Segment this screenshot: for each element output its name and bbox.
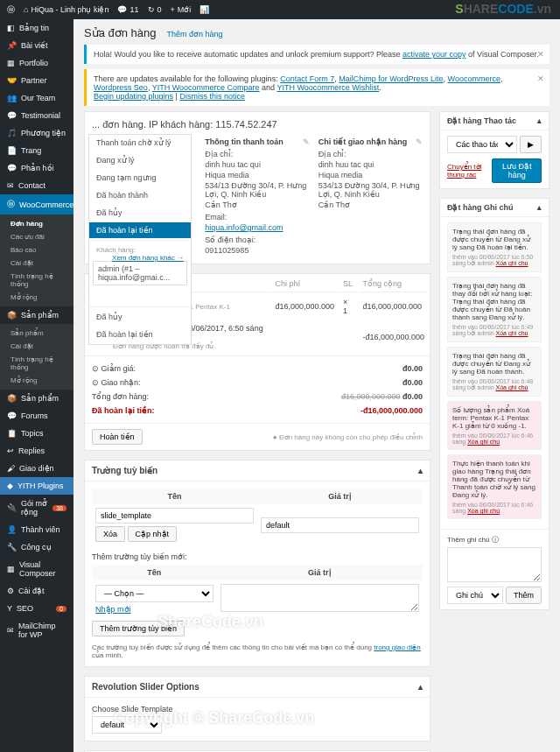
sidebar-item-yith[interactable]: ◆YITH Plugins — [0, 477, 74, 495]
sidebar-item-products[interactable]: 📦Sản phẩm — [0, 306, 74, 324]
field-value-textarea[interactable] — [220, 584, 419, 612]
sidebar-item-pages[interactable]: 📄Trang — [0, 142, 74, 159]
sub-products-settings[interactable]: Cài đặt — [0, 340, 74, 353]
add-note-textarea[interactable] — [447, 547, 542, 582]
toggle-icon[interactable]: ▴ — [537, 116, 542, 125]
wp-logo-icon[interactable]: ⓦ — [7, 4, 15, 16]
enter-new-link[interactable]: Nhập mới — [95, 605, 131, 614]
plugin-link[interactable]: Contact Form 7 — [280, 74, 334, 83]
plugin-link[interactable]: MailChimp for WordPress Lite — [339, 74, 443, 83]
status-option[interactable]: Đã hoàn thành — [89, 187, 191, 203]
sub-extensions[interactable]: Mở rộng — [0, 291, 74, 304]
toggle-icon[interactable]: ▴ — [418, 682, 423, 692]
sub-settings[interactable]: Cài đặt — [0, 257, 74, 270]
delete-note-link[interactable]: Xóa ghi chú — [467, 439, 500, 445]
email-link[interactable]: hiqua.info@gmail.com — [205, 223, 283, 232]
sidebar-item-comments[interactable]: 💬Phản hồi — [0, 159, 74, 177]
status-option-2[interactable]: Đã hủy — [89, 309, 191, 325]
delete-note-link[interactable]: Xóa ghi chú — [496, 384, 528, 390]
begin-updates-link[interactable]: Begin updating plugins — [94, 92, 173, 101]
sidebar-item-topics[interactable]: 📋Topics — [0, 425, 74, 442]
sub-reports[interactable]: Báo cáo — [0, 243, 74, 257]
sub-products-status[interactable]: Tình trạng hệ thống — [0, 353, 74, 374]
slider-template-select[interactable]: default — [92, 716, 162, 734]
order-action-select[interactable]: Các thao tác — [447, 136, 517, 153]
delete-note-link[interactable]: Xóa ghi chú — [496, 330, 528, 336]
sidebar-item-replies[interactable]: ↩Replies — [0, 442, 74, 460]
customer-select[interactable]: admin (#1 – hiqua.info@gmai.c... — [93, 261, 187, 285]
dismiss-notice-link[interactable]: Dismiss this notice — [179, 92, 245, 101]
save-order-btn[interactable]: Lưu Đặt hàng — [492, 158, 542, 183]
update-field-btn[interactable]: Cập nhật — [128, 526, 178, 542]
order-actions-panel: Đặt hàng Thao tác▴ Các thao tác▶ Chuyển … — [439, 111, 550, 189]
sidebar-item-posts[interactable]: 📌Bài viết — [0, 37, 74, 54]
edit-icon[interactable]: ✎ — [303, 137, 310, 146]
close-icon[interactable]: ✕ — [537, 50, 544, 59]
field-value-input[interactable] — [261, 517, 419, 533]
add-custom-field-btn[interactable]: Thêm trường tùy biến — [92, 621, 185, 636]
sidebar-item-mailchimp[interactable]: ✉MailChimp for WP — [0, 617, 74, 643]
status-option[interactable]: Đang tạm ngưng — [89, 170, 191, 186]
note-type-select[interactable]: Ghi chú cá nhân — [447, 587, 503, 604]
template-help-link[interactable]: trong giao diện — [374, 643, 420, 651]
status-dropdown[interactable]: Thanh toán chờ xử lý Đang xử lý Đang tạm… — [88, 134, 192, 345]
theme-icon: 🖌 — [7, 464, 15, 473]
sidebar-item-vc[interactable]: ▦Visual Composer — [0, 556, 74, 582]
sidebar-item-media[interactable]: 🎵Phương tiện — [0, 124, 74, 142]
sidebar-item-tools[interactable]: 🔧Công cụ — [0, 538, 74, 556]
sidebar-item-team[interactable]: 👥Our Team — [0, 89, 74, 107]
sidebar-item-dashboard[interactable]: ◧Bảng tin — [0, 19, 74, 37]
view-other-orders[interactable]: Xem đơn hàng khác → — [112, 254, 184, 262]
sub-orders[interactable]: Đơn hàng — [0, 217, 74, 230]
add-note-btn[interactable]: Thêm — [506, 587, 542, 604]
sidebar-item-appearance[interactable]: 🖌Giao diện — [0, 460, 74, 477]
new-link[interactable]: + Mới — [171, 5, 192, 14]
contact-icon: ✉ — [7, 181, 14, 190]
yith-icon: ◆ — [7, 481, 13, 490]
sidebar-item-testimonial[interactable]: 💬Testimonial — [0, 107, 74, 124]
edit-icon[interactable]: ✎ — [416, 137, 423, 146]
sidebar-item-products2[interactable]: 📦Sản phẩm — [0, 390, 74, 407]
plugin-link[interactable]: YITH Woocommerce Compare — [152, 83, 260, 92]
sub-products-list[interactable]: Sản phẩm — [0, 327, 74, 340]
sidebar-item-woocommerce[interactable]: ⓦWooCommerce — [0, 194, 74, 214]
comments-link[interactable]: 💬 11 — [117, 5, 138, 14]
sub-products-ext[interactable]: Mở rộng — [0, 374, 74, 387]
toggle-icon[interactable]: ▴ — [418, 466, 423, 475]
sub-coupons[interactable]: Các ưu đãi — [0, 230, 74, 243]
seo-badge: 0 — [56, 606, 66, 612]
status-option[interactable]: Đang xử lý — [89, 152, 191, 168]
move-to-trash-link[interactable]: Chuyển tới thùng rác — [447, 163, 492, 179]
delete-field-btn[interactable]: Xóa — [95, 526, 125, 542]
toggle-icon[interactable]: ▴ — [537, 203, 542, 212]
seo-icon[interactable]: 📊 — [200, 5, 209, 14]
close-icon[interactable]: ✕ — [537, 74, 544, 83]
sidebar-item-partner[interactable]: 🤝Partner — [0, 72, 74, 89]
updates-link[interactable]: ↻ 0 — [148, 5, 162, 14]
refund-button[interactable]: Hoàn tiền — [92, 429, 143, 445]
field-name-input[interactable] — [95, 508, 254, 524]
sidebar-item-seo[interactable]: YSEO0 — [0, 600, 74, 617]
plugin-link[interactable]: YITH Woocommerce Wishlist — [276, 83, 379, 92]
plugin-link[interactable]: Woocommerce — [448, 74, 500, 83]
site-link[interactable]: ⌂ HiQua - Linh phụ kiện — [24, 5, 108, 14]
sidebar-item-contact[interactable]: ✉Contact — [0, 177, 74, 194]
delete-note-link[interactable]: Xóa ghi chú — [496, 260, 528, 266]
status-option[interactable]: Đã hủy — [89, 205, 191, 221]
sidebar-item-portfolio[interactable]: ▦Portfolio — [0, 54, 74, 72]
sidebar-item-forums[interactable]: 💬Forums — [0, 407, 74, 425]
field-name-select[interactable]: — Chọn — — [95, 585, 214, 602]
add-order-link[interactable]: Thêm đơn hàng — [167, 30, 223, 39]
sidebar-item-plugins[interactable]: 🔌Gói mở rộng38 — [0, 495, 74, 521]
plugin-link[interactable]: Wordpress Seo — [94, 83, 148, 92]
status-option[interactable]: Thanh toán chờ xử lý — [89, 135, 191, 151]
sidebar-item-settings[interactable]: ⚙Cài đặt — [0, 582, 74, 600]
apply-action-btn[interactable]: ▶ — [520, 136, 542, 153]
delete-note-link[interactable]: Xóa ghi chú — [467, 508, 500, 514]
sidebar-item-users[interactable]: 👤Thành viên — [0, 521, 74, 538]
status-option[interactable]: Đã hoàn lại tiền — [89, 222, 191, 238]
status-option-2[interactable]: Đã hoàn lại tiền — [89, 327, 191, 342]
help-icon[interactable]: ⓘ — [492, 536, 499, 544]
sub-status[interactable]: Tình trạng hệ thống — [0, 270, 74, 291]
vc-activate-link[interactable]: activate your copy — [402, 50, 466, 59]
